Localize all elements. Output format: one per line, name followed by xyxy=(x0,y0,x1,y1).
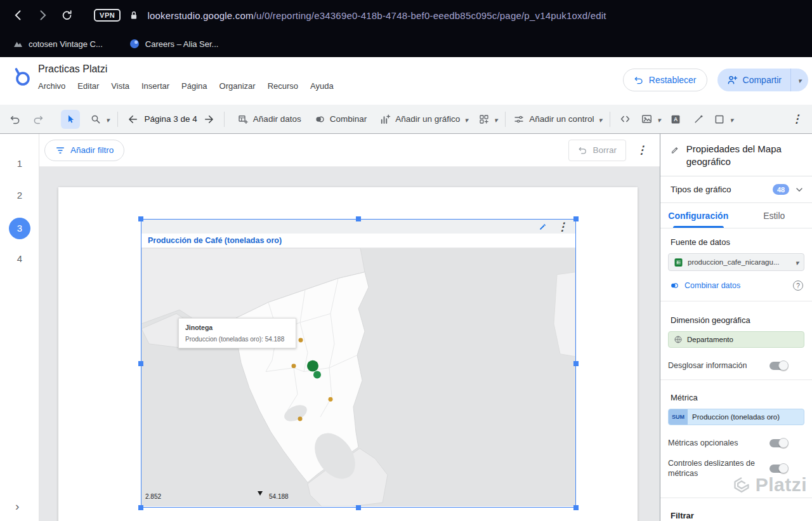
properties-panel: Propiedades del Mapa geográfico Tipos de… xyxy=(660,134,812,521)
page-thumb-4[interactable]: 4 xyxy=(0,253,39,264)
selection-handle-nw[interactable] xyxy=(138,216,143,221)
bookmark-item[interactable]: Careers – Alia Ser... xyxy=(129,39,219,49)
watermark-text: Platzi xyxy=(756,474,807,496)
tab-estilo[interactable]: Estilo xyxy=(737,203,812,228)
add-chart-button[interactable]: Añadir un gráfico xyxy=(379,114,468,125)
selection-handle-se[interactable] xyxy=(573,505,579,510)
data-source-selector[interactable]: produccion_cafe_nicaragu... xyxy=(668,253,804,271)
selection-handle-n[interactable] xyxy=(356,216,361,221)
nicaragua-map[interactable] xyxy=(141,248,575,506)
page-number: 4 xyxy=(17,253,22,264)
menu-editar[interactable]: Editar xyxy=(77,81,99,91)
add-control-button[interactable]: Añadir un control xyxy=(513,114,602,125)
optional-metrics-toggle[interactable] xyxy=(769,439,787,447)
menu-archivo[interactable]: Archivo xyxy=(38,81,65,91)
undo-button[interactable] xyxy=(8,110,23,129)
expand-pages-icon[interactable] xyxy=(15,499,19,513)
community-visualizations-button[interactable] xyxy=(478,114,498,125)
control-tune-icon xyxy=(513,114,525,125)
page-thumb-3-selected[interactable]: 3 xyxy=(0,218,39,239)
add-filter-button[interactable]: Añadir filtro xyxy=(44,140,124,161)
add-data-button[interactable]: Añadir datos xyxy=(237,114,301,125)
dimension-field-chip[interactable]: Departamento xyxy=(668,331,804,348)
cursor-icon xyxy=(65,114,76,124)
menu-organizar[interactable]: Organizar xyxy=(219,81,256,91)
selection-handle-sw[interactable] xyxy=(138,505,143,510)
menu-recurso[interactable]: Recurso xyxy=(268,81,298,91)
toolbar-divider xyxy=(224,112,225,127)
selection-handle-s[interactable] xyxy=(356,505,361,510)
map-body: Jinotega Produccion (toneladas oro): 54.… xyxy=(141,248,575,506)
tab-configuracion[interactable]: Configuración xyxy=(660,203,737,228)
chart-title: Producción de Café (toneladas oro) xyxy=(141,234,575,248)
map-bubble[interactable] xyxy=(313,371,321,379)
page-number: 2 xyxy=(17,190,22,201)
page-indicator[interactable]: Página 3 de 4 xyxy=(145,114,197,124)
select-tool-button[interactable] xyxy=(61,110,80,129)
chart-edit-pencil-icon[interactable] xyxy=(539,223,547,231)
menu-pagina[interactable]: Página xyxy=(181,81,207,91)
reset-button[interactable]: Restablecer xyxy=(623,69,707,91)
map-bubble-jinotega[interactable] xyxy=(307,360,318,372)
lock-icon[interactable] xyxy=(129,10,138,21)
page-thumb-2[interactable]: 2 xyxy=(0,190,39,201)
panel-pencil-icon xyxy=(671,144,680,155)
chevron-down-icon[interactable] xyxy=(794,185,804,195)
selection-handle-ne[interactable] xyxy=(573,216,579,221)
browser-forward-button[interactable] xyxy=(34,7,51,23)
help-icon[interactable]: ? xyxy=(793,280,803,291)
app-header: Practicas Platzi Archivo Editar Vista In… xyxy=(0,57,812,105)
line-tool-button[interactable] xyxy=(691,110,706,129)
menu-vista[interactable]: Vista xyxy=(111,81,129,91)
clear-label: Borrar xyxy=(593,145,617,155)
add-data-label: Añadir datos xyxy=(253,114,301,124)
header-actions: Restablecer Compartir xyxy=(623,69,808,91)
reset-label: Restablecer xyxy=(649,75,697,85)
menu-insertar[interactable]: Insertar xyxy=(141,81,169,91)
selection-handle-e[interactable] xyxy=(573,361,579,366)
browser-reload-button[interactable] xyxy=(58,7,75,23)
metric-field-chip[interactable]: SUM Produccion (toneladas oro) xyxy=(668,409,804,425)
share-dropdown-button[interactable] xyxy=(790,69,808,91)
url-bar[interactable]: lookerstudio.google.com/u/0/reporting/e3… xyxy=(147,10,606,21)
page-thumb-1[interactable]: 1 xyxy=(0,158,39,169)
more-vertical-icon xyxy=(792,112,802,126)
map-bubble[interactable] xyxy=(329,397,333,402)
map-bubble[interactable] xyxy=(292,364,296,368)
share-button[interactable]: Compartir xyxy=(717,69,790,91)
blend-data-link[interactable]: Combinar datos xyxy=(684,281,740,290)
image-tool-button[interactable] xyxy=(641,113,661,125)
filter-section-label: Filtrar xyxy=(671,511,802,521)
drill-down-toggle[interactable] xyxy=(769,362,787,370)
selection-handle-w[interactable] xyxy=(138,361,143,366)
menu-bar: Archivo Editar Vista Insertar Página Org… xyxy=(38,81,334,91)
divider xyxy=(660,301,812,301)
blend-data-button[interactable]: Combinar xyxy=(314,114,367,125)
prev-page-button[interactable] xyxy=(126,110,141,129)
chart-more-icon[interactable] xyxy=(557,220,568,234)
map-bubble[interactable] xyxy=(299,338,303,342)
clear-button[interactable]: Borrar xyxy=(568,140,626,161)
filter-bar-more-button[interactable] xyxy=(636,143,647,157)
geo-map-chart[interactable]: Producción de Café (toneladas oro) xyxy=(141,219,576,508)
metric-sliders-toggle[interactable] xyxy=(769,465,787,473)
next-page-button[interactable] xyxy=(201,110,216,129)
report-title[interactable]: Practicas Platzi xyxy=(38,63,334,75)
zoom-tool-button[interactable] xyxy=(90,114,110,125)
bookmark-item[interactable]: cotosen Vintage C... xyxy=(13,39,103,49)
chart-type-row[interactable]: Tipos de gráfico 48 xyxy=(660,176,812,203)
embed-code-button[interactable] xyxy=(618,110,633,129)
browser-back-button[interactable] xyxy=(10,7,27,23)
bookmarks-bar: cotosen Vintage C... Careers – Alia Ser.… xyxy=(0,30,812,57)
drill-down-label: Desglosar información xyxy=(668,360,769,371)
menu-ayuda[interactable]: Ayuda xyxy=(310,81,334,91)
text-tool-button[interactable]: A xyxy=(668,110,683,129)
vpn-extension-badge[interactable]: VPN xyxy=(94,9,121,22)
code-icon xyxy=(619,113,631,125)
map-bubble[interactable] xyxy=(298,417,303,421)
caret-down-icon xyxy=(106,114,110,125)
panel-title: Propiedades del Mapa geográfico xyxy=(686,143,803,168)
redo-button[interactable] xyxy=(30,110,46,129)
shape-tool-button[interactable] xyxy=(714,114,733,125)
toolbar-more-button[interactable] xyxy=(789,110,804,129)
